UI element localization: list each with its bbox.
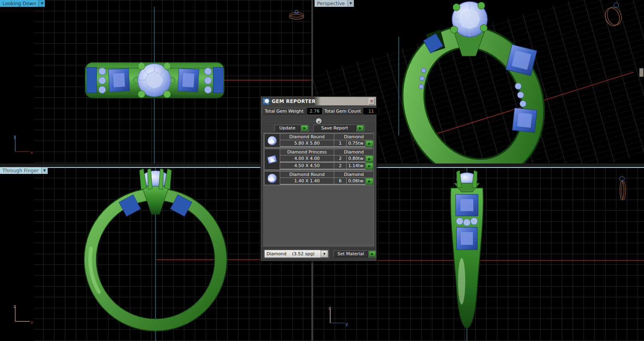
viewport-tab-label: Through Finger [0, 167, 41, 174]
chevron-down-icon[interactable]: ▼ [38, 0, 45, 7]
gem-reporter-dialog[interactable]: GEM REPORTER × Total Gem Weight 2.76 Tot… [260, 96, 377, 261]
viewport-tab-label: Perspective [315, 0, 347, 7]
dialog-title: GEM REPORTER [272, 99, 316, 104]
gem-weight: 0.06tw [347, 178, 365, 184]
save-report-run-button[interactable]: ▶ [357, 125, 364, 131]
collapse-divider: ▲ [265, 118, 372, 123]
update-run-button[interactable]: ▶ [301, 125, 308, 131]
close-icon[interactable]: × [369, 98, 375, 105]
chevron-down-icon[interactable]: ▼ [41, 167, 48, 174]
material-bar: Diamond (3.52 spg) ▼ Set Material ▶ [261, 247, 376, 260]
gem-count: 2 [334, 163, 346, 169]
set-material-run-button[interactable]: ▶ [369, 251, 376, 257]
gem-size: 4.00 X 4.00 [280, 155, 334, 161]
gem-count: 1 [334, 140, 346, 146]
gem-weight: 0.75tw [347, 140, 365, 146]
gem-row-run-button[interactable]: ▶ [365, 140, 373, 147]
gem-group: Diamond Round Diamond 1.40 X 1.40 6 0.06… [264, 171, 372, 185]
gem-count: 2 [334, 155, 346, 161]
svg-text:x: x [30, 150, 33, 155]
gem-material: Diamond [334, 172, 373, 178]
run-arrow-icon: ▶ [368, 164, 371, 168]
gem-weight: 1.14tw [347, 163, 365, 169]
material-dropdown-value: Diamond (3.52 spg) [264, 251, 320, 256]
set-material-button[interactable]: Set Material [333, 250, 368, 257]
action-buttons-row: Update ▶ Save Report ▶ [275, 125, 364, 131]
viewport-tab-label: Looking Down [0, 0, 38, 7]
gem-name: Diamond Round [280, 134, 334, 140]
gem-name: Diamond Princess [280, 149, 334, 155]
collapse-button[interactable]: ▲ [315, 118, 322, 124]
viewport-tab-looking-down[interactable]: Looking Down ▼ [0, 0, 45, 7]
update-button[interactable]: Update [275, 125, 300, 131]
gem-row-run-button[interactable]: ▶ [365, 155, 373, 162]
gem-list-panel: Diamond Round Diamond 5.80 X 5.80 1 0.75… [262, 132, 374, 246]
gem-weight: 0.80tw [347, 155, 365, 161]
round-gem-icon [264, 172, 280, 185]
ring-model-top-view[interactable] [85, 63, 224, 98]
run-arrow-icon: ▶ [368, 142, 371, 145]
totals-row: Total Gem Weight 2.76 Total Gem Count 11 [262, 108, 379, 115]
svg-text:y: y [345, 321, 348, 327]
dialog-titlebar[interactable]: GEM REPORTER × [261, 97, 376, 105]
round-gem-icon [264, 134, 280, 147]
chevron-down-icon[interactable]: ▼ [347, 0, 354, 7]
gem-size: 1.40 X 1.40 [280, 178, 334, 184]
collapse-arrow-icon: ▲ [318, 120, 320, 123]
svg-text:y: y [14, 134, 16, 139]
gem-size: 5.80 X 5.80 [280, 140, 334, 146]
axis-gizmo: y x [10, 133, 34, 156]
total-gem-weight-value: 2.76 [307, 108, 322, 115]
scrollbar-thumb[interactable] [639, 68, 644, 77]
run-arrow-icon: ▶ [303, 126, 306, 130]
gem-name: Diamond Round [280, 172, 334, 178]
gem-row-run-button[interactable]: ▶ [365, 178, 373, 185]
gem-material: Diamond [334, 149, 373, 155]
total-gem-weight-label: Total Gem Weight [262, 108, 306, 115]
svg-text:z: z [329, 305, 331, 311]
gem-group: Diamond Princess Diamond 4.00 X 4.00 2 0… [264, 149, 372, 170]
dropdown-arrow-icon[interactable]: ▼ [321, 250, 328, 258]
run-arrow-icon: ▶ [368, 157, 371, 161]
gem-reporter-icon [262, 98, 270, 105]
svg-text:x: x [30, 320, 33, 325]
gem-material: Diamond [334, 134, 373, 140]
gem-group: Diamond Round Diamond 5.80 X 5.80 1 0.75… [264, 133, 372, 147]
cad-application-window: Looking Down ▼ y x [0, 0, 644, 341]
viewport-tab-through-finger[interactable]: Through Finger ▼ [0, 167, 48, 174]
gem-size: 4.50 X 4.50 [280, 163, 334, 169]
gem-row-run-button[interactable]: ▶ [365, 163, 373, 169]
svg-text:z: z [14, 304, 16, 309]
run-arrow-icon: ▶ [359, 126, 361, 130]
total-gem-count-label: Total Gem Count [323, 108, 362, 115]
save-report-button[interactable]: Save Report [313, 125, 356, 131]
viewport-tab-perspective[interactable]: Perspective ▼ [315, 0, 354, 7]
gem-count: 6 [334, 178, 346, 184]
axis-gizmo: z x [10, 303, 34, 326]
run-arrow-icon: ▶ [371, 252, 373, 256]
axis-gizmo: z y [325, 305, 349, 328]
material-dropdown[interactable]: Diamond (3.52 spg) ▼ [264, 250, 329, 258]
princess-gem-icon [264, 149, 280, 169]
run-arrow-icon: ▶ [368, 180, 371, 183]
total-gem-count-value: 11 [363, 108, 379, 115]
